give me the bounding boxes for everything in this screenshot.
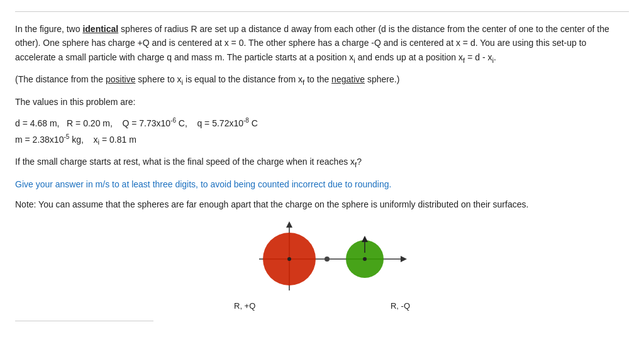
- sphere-labels: R, +Q R, -Q: [221, 301, 423, 311]
- svg-point-5: [287, 257, 291, 261]
- bottom-divider: [15, 321, 153, 321]
- values-line-2: m = 2.38x10-5 kg, xi = 0.81 m: [15, 131, 629, 148]
- svg-point-10: [325, 257, 330, 262]
- paragraph-6: Note: You can assume that the spheres ar…: [15, 197, 629, 211]
- main-content: In the figure, two identical spheres of …: [15, 22, 629, 321]
- sphere1-label: R, +Q: [234, 301, 255, 311]
- paragraph-5: Give your answer in m/s to at least thre…: [15, 177, 629, 191]
- top-divider: [15, 11, 629, 12]
- svg-marker-9: [362, 236, 368, 242]
- svg-marker-1: [401, 256, 407, 262]
- values-section: d = 4.68 m, R = 0.20 m, Q = 7.73x10-6 C,…: [15, 115, 629, 148]
- diagram-area: R, +Q R, -Q: [15, 218, 629, 311]
- paragraph-1: In the figure, two identical spheres of …: [15, 22, 629, 66]
- svg-marker-3: [286, 221, 292, 228]
- values-line-1: d = 4.68 m, R = 0.20 m, Q = 7.73x10-6 C,…: [15, 115, 629, 131]
- paragraph-2: (The distance from the positive sphere t…: [15, 72, 629, 88]
- diagram-svg: [221, 218, 423, 300]
- sphere2-label: R, -Q: [391, 301, 410, 311]
- paragraph-3: The values in this problem are:: [15, 95, 629, 109]
- paragraph-4: If the small charge starts at rest, what…: [15, 155, 629, 170]
- svg-point-7: [363, 257, 367, 261]
